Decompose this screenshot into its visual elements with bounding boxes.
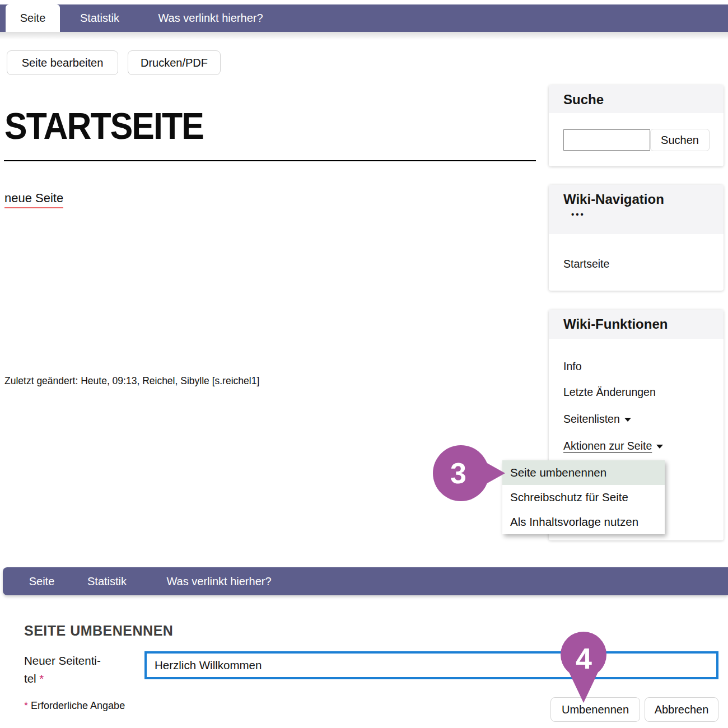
dropdown-item-inhaltsvorlage[interactable]: Als Inhaltsvorlage nutzen (502, 510, 665, 534)
functions-item-aktionen-label: Aktionen zur Seite (563, 440, 652, 452)
new-title-label-line1: Neuer Seitenti- (24, 654, 101, 668)
page-actions-dropdown: Seite umbenennen Schreibschutz für Seite… (502, 460, 665, 534)
functions-item-seitenlisten-label: Seitenlisten (563, 413, 620, 425)
caret-down-icon (656, 445, 663, 449)
search-panel: Suche Suchen (549, 85, 724, 166)
search-input[interactable] (563, 129, 650, 151)
bottom-tab-seite[interactable]: Seite (18, 567, 66, 595)
nav-item-startseite[interactable]: Startseite (563, 258, 609, 270)
wiki-navigation-panel: Wiki-Navigation ••• Startseite (549, 185, 724, 291)
last-modified-text: Zuletzt geändert: Heute, 09:13, Reichel,… (4, 375, 259, 387)
required-marker: * (39, 672, 44, 685)
ellipsis-icon[interactable]: ••• (571, 209, 724, 219)
edit-page-button-label: Seite bearbeiten (22, 57, 104, 69)
tab-seite[interactable]: Seite (6, 4, 60, 32)
search-panel-title: Suche (563, 92, 604, 107)
required-footnote: * Erforderliche Angabe (24, 700, 125, 712)
bottom-tab-statistik[interactable]: Statistik (76, 567, 138, 595)
tab-was-verlinkt-hierher-label: Was verlinkt hierher? (158, 12, 263, 25)
page-title: STARTSEITE (4, 104, 203, 148)
bottom-tab-seite-label: Seite (29, 575, 55, 588)
new-page-link[interactable]: neue Seite (4, 191, 63, 208)
search-button-label: Suchen (661, 134, 699, 147)
title-divider (4, 160, 536, 161)
bottom-tab-was-verlinkt-hierher[interactable]: Was verlinkt hierher? (151, 567, 287, 595)
edit-page-button[interactable]: Seite bearbeiten (7, 50, 118, 75)
functions-item-aktionen-zur-seite[interactable]: Aktionen zur Seite (563, 440, 663, 452)
new-title-label-line2-text: tel (24, 672, 36, 685)
top-tab-bar-shadow (0, 32, 728, 40)
functions-item-seitenlisten[interactable]: Seitenlisten (563, 413, 631, 426)
annotation-balloon-3-number: 3 (450, 456, 466, 490)
wiki-functions-header: Wiki-Funktionen (549, 310, 724, 339)
dropdown-item-schreibschutz[interactable]: Schreibschutz für Seite (502, 485, 665, 510)
caret-down-icon (624, 418, 631, 422)
print-pdf-button-label: Drucken/PDF (141, 57, 208, 69)
rename-cancel-button[interactable]: Abbrechen (645, 697, 718, 722)
rename-cancel-button-label: Abbrechen (655, 703, 709, 716)
wiki-functions-title: Wiki-Funktionen (563, 316, 668, 332)
tab-statistik[interactable]: Statistik (68, 4, 131, 32)
new-page-title-input[interactable] (144, 651, 718, 679)
search-button[interactable]: Suchen (650, 129, 710, 151)
wiki-navigation-header: Wiki-Navigation ••• (549, 185, 724, 234)
bottom-tab-statistik-label: Statistik (87, 575, 127, 588)
rename-submit-button-label: Umbenennen (562, 703, 629, 716)
required-footnote-marker: * (24, 700, 28, 711)
rename-section-heading: SEITE UMBENENNEN (24, 623, 173, 639)
wiki-navigation-title: Wiki-Navigation (563, 192, 664, 207)
tab-was-verlinkt-hierher[interactable]: Was verlinkt hierher? (143, 4, 278, 32)
required-footnote-text: Erforderliche Angabe (31, 700, 125, 711)
functions-item-letzte-aenderungen[interactable]: Letzte Änderungen (563, 386, 656, 399)
dropdown-item-seite-umbenennen[interactable]: Seite umbenennen (502, 460, 665, 485)
print-pdf-button[interactable]: Drucken/PDF (128, 50, 221, 75)
bottom-tab-was-verlinkt-hierher-label: Was verlinkt hierher? (166, 575, 271, 588)
annotation-balloon-3 (431, 444, 506, 502)
new-title-label-line2: tel * (24, 672, 44, 685)
annotation-balloon-4-number: 4 (576, 642, 592, 675)
tab-seite-label: Seite (20, 12, 46, 25)
search-panel-header: Suche (549, 85, 724, 113)
tab-statistik-label: Statistik (80, 12, 119, 25)
functions-item-info[interactable]: Info (563, 360, 582, 373)
